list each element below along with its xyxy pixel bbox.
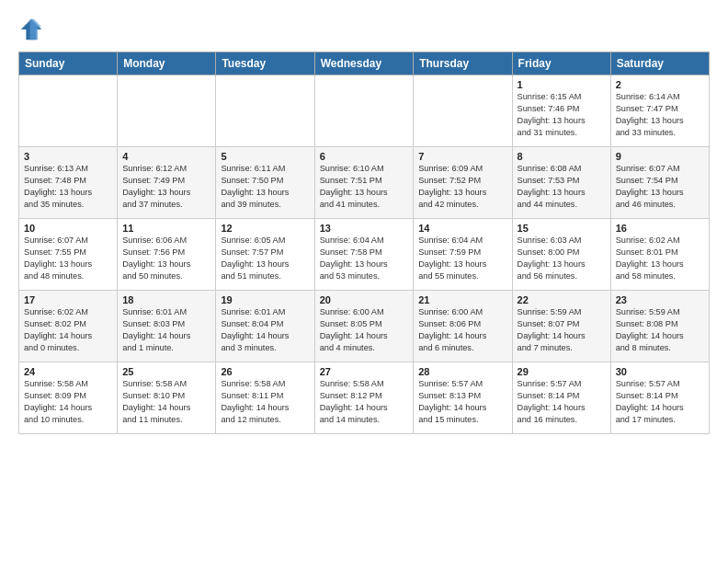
day-number: 3 — [24, 151, 112, 162]
day-info: Sunrise: 6:14 AM Sunset: 7:47 PM Dayligh… — [616, 91, 704, 139]
calendar-cell: 29Sunrise: 5:57 AM Sunset: 8:14 PM Dayli… — [512, 362, 610, 434]
calendar: SundayMondayTuesdayWednesdayThursdayFrid… — [18, 52, 710, 434]
calendar-cell: 14Sunrise: 6:04 AM Sunset: 7:59 PM Dayli… — [414, 219, 512, 291]
calendar-cell: 2Sunrise: 6:14 AM Sunset: 7:47 PM Daylig… — [610, 75, 709, 147]
calendar-cell: 1Sunrise: 6:15 AM Sunset: 7:46 PM Daylig… — [512, 75, 610, 147]
calendar-cell: 11Sunrise: 6:06 AM Sunset: 7:56 PM Dayli… — [118, 219, 216, 291]
day-number: 15 — [518, 223, 606, 234]
day-info: Sunrise: 6:00 AM Sunset: 8:06 PM Dayligh… — [418, 306, 506, 354]
day-info: Sunrise: 5:59 AM Sunset: 8:08 PM Dayligh… — [616, 306, 704, 354]
day-info: Sunrise: 6:04 AM Sunset: 7:58 PM Dayligh… — [320, 235, 409, 282]
day-info: Sunrise: 5:57 AM Sunset: 8:14 PM Dayligh… — [616, 378, 704, 426]
day-number: 1 — [518, 79, 606, 90]
day-info: Sunrise: 6:01 AM Sunset: 8:04 PM Dayligh… — [221, 306, 309, 354]
calendar-cell: 9Sunrise: 6:07 AM Sunset: 7:54 PM Daylig… — [610, 147, 709, 219]
day-info: Sunrise: 6:00 AM Sunset: 8:05 PM Dayligh… — [320, 306, 409, 354]
day-number: 23 — [616, 294, 704, 305]
calendar-cell: 21Sunrise: 6:00 AM Sunset: 8:06 PM Dayli… — [414, 291, 512, 362]
weekday-header-saturday: Saturday — [610, 52, 709, 75]
calendar-cell: 5Sunrise: 6:11 AM Sunset: 7:50 PM Daylig… — [216, 147, 314, 219]
day-number: 18 — [122, 294, 210, 305]
weekday-header-monday: Monday — [118, 52, 216, 75]
day-info: Sunrise: 5:58 AM Sunset: 8:09 PM Dayligh… — [24, 378, 112, 426]
calendar-cell — [216, 75, 314, 147]
week-row-3: 17Sunrise: 6:02 AM Sunset: 8:02 PM Dayli… — [19, 291, 710, 362]
calendar-cell: 26Sunrise: 5:58 AM Sunset: 8:11 PM Dayli… — [216, 362, 314, 434]
day-info: Sunrise: 6:06 AM Sunset: 7:56 PM Dayligh… — [122, 235, 210, 282]
calendar-cell — [19, 75, 118, 147]
day-number: 13 — [320, 223, 409, 234]
day-info: Sunrise: 6:05 AM Sunset: 7:57 PM Dayligh… — [221, 235, 309, 282]
header — [18, 17, 710, 42]
calendar-cell: 17Sunrise: 6:02 AM Sunset: 8:02 PM Dayli… — [19, 291, 118, 362]
day-number: 21 — [418, 294, 506, 305]
calendar-cell: 15Sunrise: 6:03 AM Sunset: 8:00 PM Dayli… — [512, 219, 610, 291]
calendar-cell: 24Sunrise: 5:58 AM Sunset: 8:09 PM Dayli… — [19, 362, 118, 434]
weekday-header-sunday: Sunday — [19, 52, 118, 75]
day-info: Sunrise: 6:02 AM Sunset: 8:02 PM Dayligh… — [24, 306, 112, 354]
day-info: Sunrise: 6:01 AM Sunset: 8:03 PM Dayligh… — [122, 306, 210, 354]
calendar-cell — [118, 75, 216, 147]
day-number: 7 — [418, 151, 506, 162]
day-number: 9 — [616, 151, 704, 162]
weekday-header-friday: Friday — [512, 52, 610, 75]
day-number: 11 — [122, 223, 210, 234]
page: SundayMondayTuesdayWednesdayThursdayFrid… — [0, 0, 728, 443]
calendar-cell: 30Sunrise: 5:57 AM Sunset: 8:14 PM Dayli… — [610, 362, 709, 434]
day-info: Sunrise: 6:13 AM Sunset: 7:48 PM Dayligh… — [24, 163, 112, 211]
calendar-cell: 22Sunrise: 5:59 AM Sunset: 8:07 PM Dayli… — [512, 291, 610, 362]
day-number: 17 — [24, 294, 112, 305]
week-row-0: 1Sunrise: 6:15 AM Sunset: 7:46 PM Daylig… — [19, 75, 710, 147]
day-info: Sunrise: 6:10 AM Sunset: 7:51 PM Dayligh… — [320, 163, 409, 211]
day-number: 26 — [221, 366, 309, 377]
calendar-cell: 23Sunrise: 5:59 AM Sunset: 8:08 PM Dayli… — [610, 291, 709, 362]
calendar-cell: 6Sunrise: 6:10 AM Sunset: 7:51 PM Daylig… — [314, 147, 414, 219]
calendar-cell: 4Sunrise: 6:12 AM Sunset: 7:49 PM Daylig… — [118, 147, 216, 219]
day-info: Sunrise: 5:57 AM Sunset: 8:14 PM Dayligh… — [518, 378, 606, 426]
day-number: 30 — [616, 366, 704, 377]
day-info: Sunrise: 6:04 AM Sunset: 7:59 PM Dayligh… — [418, 235, 506, 282]
calendar-cell: 20Sunrise: 6:00 AM Sunset: 8:05 PM Dayli… — [314, 291, 414, 362]
day-number: 28 — [418, 366, 506, 377]
day-number: 22 — [518, 294, 606, 305]
day-number: 20 — [320, 294, 409, 305]
calendar-header: SundayMondayTuesdayWednesdayThursdayFrid… — [19, 52, 710, 75]
logo-icon — [18, 17, 44, 42]
calendar-cell: 27Sunrise: 5:58 AM Sunset: 8:12 PM Dayli… — [314, 362, 414, 434]
calendar-cell: 19Sunrise: 6:01 AM Sunset: 8:04 PM Dayli… — [216, 291, 314, 362]
day-info: Sunrise: 5:58 AM Sunset: 8:10 PM Dayligh… — [122, 378, 210, 426]
day-number: 14 — [418, 223, 506, 234]
calendar-cell: 3Sunrise: 6:13 AM Sunset: 7:48 PM Daylig… — [19, 147, 118, 219]
calendar-cell: 16Sunrise: 6:02 AM Sunset: 8:01 PM Dayli… — [610, 219, 709, 291]
day-info: Sunrise: 5:58 AM Sunset: 8:12 PM Dayligh… — [320, 378, 409, 426]
calendar-cell: 18Sunrise: 6:01 AM Sunset: 8:03 PM Dayli… — [118, 291, 216, 362]
weekday-header-thursday: Thursday — [414, 52, 512, 75]
weekday-header-tuesday: Tuesday — [216, 52, 314, 75]
calendar-cell: 12Sunrise: 6:05 AM Sunset: 7:57 PM Dayli… — [216, 219, 314, 291]
calendar-body: 1Sunrise: 6:15 AM Sunset: 7:46 PM Daylig… — [19, 75, 710, 434]
calendar-cell: 28Sunrise: 5:57 AM Sunset: 8:13 PM Dayli… — [414, 362, 512, 434]
day-number: 16 — [616, 223, 704, 234]
day-info: Sunrise: 6:07 AM Sunset: 7:54 PM Dayligh… — [616, 163, 704, 211]
day-number: 5 — [221, 151, 309, 162]
day-number: 6 — [320, 151, 409, 162]
calendar-cell: 7Sunrise: 6:09 AM Sunset: 7:52 PM Daylig… — [414, 147, 512, 219]
day-number: 24 — [24, 366, 112, 377]
day-info: Sunrise: 6:15 AM Sunset: 7:46 PM Dayligh… — [518, 91, 606, 139]
weekday-row: SundayMondayTuesdayWednesdayThursdayFrid… — [19, 52, 710, 75]
week-row-1: 3Sunrise: 6:13 AM Sunset: 7:48 PM Daylig… — [19, 147, 710, 219]
day-info: Sunrise: 5:57 AM Sunset: 8:13 PM Dayligh… — [418, 378, 506, 426]
day-info: Sunrise: 6:09 AM Sunset: 7:52 PM Dayligh… — [418, 163, 506, 211]
week-row-4: 24Sunrise: 5:58 AM Sunset: 8:09 PM Dayli… — [19, 362, 710, 434]
calendar-cell — [414, 75, 512, 147]
day-number: 4 — [122, 151, 210, 162]
week-row-2: 10Sunrise: 6:07 AM Sunset: 7:55 PM Dayli… — [19, 219, 710, 291]
day-number: 12 — [221, 223, 309, 234]
day-number: 25 — [122, 366, 210, 377]
day-number: 19 — [221, 294, 309, 305]
day-info: Sunrise: 6:02 AM Sunset: 8:01 PM Dayligh… — [616, 235, 704, 282]
calendar-cell: 8Sunrise: 6:08 AM Sunset: 7:53 PM Daylig… — [512, 147, 610, 219]
day-info: Sunrise: 5:58 AM Sunset: 8:11 PM Dayligh… — [221, 378, 309, 426]
day-info: Sunrise: 6:07 AM Sunset: 7:55 PM Dayligh… — [24, 235, 112, 282]
day-info: Sunrise: 6:03 AM Sunset: 8:00 PM Dayligh… — [518, 235, 606, 282]
